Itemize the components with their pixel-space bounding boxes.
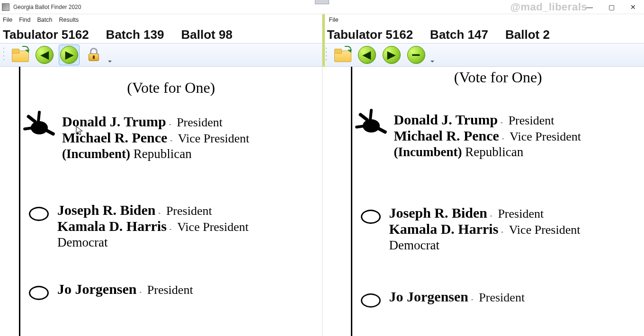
incumbent-label: (Incumbent): [394, 145, 462, 159]
candidate-row: Donald J. Trump-President Michael R. Pen…: [20, 110, 322, 165]
running-mate-name: Kamala D. Harris: [57, 218, 167, 234]
minus-button[interactable]: −: [406, 44, 427, 65]
candidate-name: Jo Jorgensen: [57, 281, 137, 297]
lock-button[interactable]: [83, 44, 104, 65]
filled-oval-icon: [25, 114, 54, 142]
right-ballot-page: (Vote for One) Donald J. Trump-President…: [351, 67, 644, 336]
filled-oval-icon: [357, 112, 385, 140]
vote-for-one: (Vote for One): [352, 69, 644, 86]
party-label: Republican: [134, 147, 192, 161]
menu-batch[interactable]: Batch: [37, 17, 52, 23]
menu-file[interactable]: File: [3, 17, 12, 23]
ballot-value: 2: [543, 27, 549, 42]
running-mate-role: Vice President: [177, 220, 249, 234]
menu-find[interactable]: Find: [19, 17, 30, 23]
tabulator-label: Tabulator: [3, 27, 58, 42]
party-label: Democrat: [57, 235, 107, 249]
toolbar-grip[interactable]: [325, 46, 328, 63]
batch-value: 147: [468, 27, 488, 42]
candidate-role: President: [498, 207, 544, 221]
right-toolbar: ◀ ▶ −: [322, 43, 644, 67]
candidate-role: President: [166, 204, 212, 218]
folder-icon: [334, 49, 350, 61]
candidate-name: Joseph R. Biden: [57, 202, 156, 218]
candidate-name: Joseph R. Biden: [389, 205, 488, 221]
menu-file[interactable]: File: [329, 17, 339, 23]
prev-button[interactable]: ◀: [34, 44, 55, 65]
running-mate-role: Vice President: [509, 223, 581, 237]
vote-for-one: (Vote for One): [20, 79, 322, 97]
empty-oval-icon: [361, 293, 381, 308]
candidate-row: Donald J. Trump-President Michael R. Pen…: [352, 108, 644, 163]
right-menubar: File: [322, 14, 644, 26]
minus-icon: −: [407, 46, 425, 64]
ballot-label: Ballot: [181, 27, 215, 42]
open-folder-button[interactable]: [332, 44, 353, 65]
tabulator-value: 5162: [62, 27, 89, 42]
app-title: Georgia Ballot Finder 2020: [13, 4, 81, 10]
left-menubar: File Find Batch Results: [0, 14, 322, 26]
toolbar-grip[interactable]: [3, 46, 6, 63]
candidate-role: President: [177, 115, 223, 129]
candidate-role: President: [509, 114, 555, 127]
app-icon: [2, 3, 9, 11]
tabulator-label: Tabulator: [327, 27, 383, 42]
empty-oval-icon: [361, 210, 381, 224]
next-button[interactable]: ▶: [59, 44, 80, 65]
running-mate-name: Michael R. Pence: [62, 130, 167, 145]
open-folder-button[interactable]: [9, 44, 30, 65]
running-mate-name: Kamala D. Harris: [389, 221, 499, 237]
right-info: Tabulator 5162 Batch 147 Ballot 2: [322, 26, 644, 43]
candidate-role: President: [479, 291, 525, 304]
left-pane: File Find Batch Results Tabulator 5162 B…: [0, 14, 322, 336]
batch-label: Batch: [430, 27, 464, 42]
ballot-label: Ballot: [505, 27, 539, 42]
left-viewer[interactable]: of the United States (Vote for One) Dona…: [0, 67, 322, 336]
right-pane: File Tabulator 5162 Batch 147 Ballot 2 ◀…: [322, 14, 644, 336]
running-mate-role: Vice President: [510, 130, 581, 143]
party-label: Republican: [465, 145, 523, 159]
ballot-value: 98: [219, 27, 233, 42]
batch-label: Batch: [106, 27, 140, 42]
minimize-button[interactable]: —: [579, 0, 600, 14]
party-label: Democrat: [389, 238, 439, 252]
candidate-row: Joseph R. Biden-President Kamala D. Harr…: [352, 201, 644, 256]
prev-button[interactable]: ◀: [357, 44, 377, 65]
empty-oval-icon: [29, 286, 49, 300]
next-button[interactable]: ▶: [381, 44, 402, 65]
tabulator-value: 5162: [385, 27, 413, 42]
empty-oval-icon: [29, 207, 49, 221]
candidate-name: Donald J. Trump: [62, 114, 166, 129]
maximize-button[interactable]: ▢: [600, 0, 622, 14]
menu-results[interactable]: Results: [59, 17, 79, 23]
incumbent-label: (Incumbent): [62, 147, 130, 161]
watermark: @mad_liberals: [510, 1, 587, 13]
candidate-row: Jo Jorgensen-President: [20, 277, 322, 304]
candidate-row: Joseph R. Biden-President Kamala D. Harr…: [20, 198, 322, 254]
arrow-right-icon: ▶: [60, 46, 78, 64]
folder-icon: [12, 49, 28, 61]
left-ballot-page: of the United States (Vote for One) Dona…: [19, 67, 322, 336]
arrow-right-icon: ▶: [383, 46, 401, 64]
candidate-row: Jo Jorgensen-President: [352, 285, 644, 311]
batch-value: 139: [143, 27, 164, 42]
window-controls: — ▢ ✕: [579, 0, 644, 14]
toolbar-dropdown[interactable]: [430, 45, 434, 64]
arrow-left-icon: ◀: [358, 46, 376, 64]
candidate-name: Donald J. Trump: [394, 112, 498, 127]
running-mate-name: Michael R. Pence: [394, 128, 499, 143]
running-mate-role: Vice President: [178, 132, 250, 145]
close-button[interactable]: ✕: [622, 0, 644, 14]
left-toolbar: ◀ ▶: [0, 43, 322, 67]
lock-icon: [87, 48, 101, 62]
center-tab-handle[interactable]: [315, 0, 329, 4]
candidate-name: Jo Jorgensen: [389, 289, 469, 304]
left-info: Tabulator 5162 Batch 139 Ballot 98: [0, 26, 322, 43]
arrow-left-icon: ◀: [36, 46, 54, 64]
candidate-role: President: [147, 283, 193, 297]
toolbar-dropdown[interactable]: [108, 45, 112, 64]
right-viewer[interactable]: (Vote for One) Donald J. Trump-President…: [322, 67, 644, 336]
titlebar: Georgia Ballot Finder 2020 @mad_liberals…: [0, 0, 644, 14]
